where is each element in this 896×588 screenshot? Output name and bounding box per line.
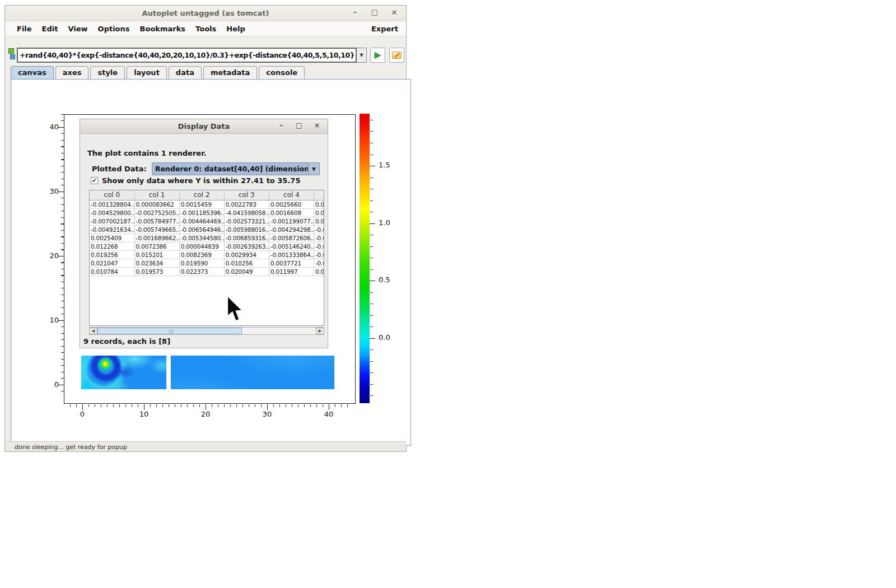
table-cell[interactable]: -0.005146240... bbox=[269, 242, 314, 250]
table-cell[interactable]: -0.004294298... bbox=[269, 225, 314, 234]
table-cell[interactable]: -0.001199077... bbox=[269, 217, 314, 225]
table-cell[interactable]: -0.0 bbox=[314, 259, 324, 267]
table-cell[interactable]: 0.00 bbox=[314, 217, 324, 225]
table-viewport[interactable]: col 0col 1col 2col 3col 4-0.001328804...… bbox=[89, 190, 324, 326]
minimize-icon[interactable]: – bbox=[351, 8, 359, 16]
table-cell[interactable]: -0.0 bbox=[314, 234, 324, 242]
table-cell[interactable]: 0.011997 bbox=[269, 267, 314, 276]
table-cell[interactable]: -0.005988016... bbox=[224, 225, 269, 234]
table-header-cell[interactable]: col 2 bbox=[179, 190, 224, 200]
menu-edit[interactable]: Edit bbox=[37, 22, 63, 35]
table-cell[interactable]: -0.005344580... bbox=[179, 234, 224, 242]
table-cell[interactable]: -0.006859316... bbox=[224, 234, 269, 242]
tab-canvas[interactable]: canvas bbox=[11, 66, 54, 79]
table-cell[interactable]: 0.0016608 bbox=[269, 208, 314, 217]
uri-dropdown-button[interactable]: ▼ bbox=[357, 48, 367, 63]
table-cell[interactable]: -0.0 bbox=[314, 250, 324, 259]
table-cell[interactable]: -0.001333864... bbox=[269, 250, 314, 259]
table-cell[interactable]: -0.0 bbox=[314, 242, 324, 250]
tab-axes[interactable]: axes bbox=[55, 66, 89, 79]
table-cell[interactable]: -0.006564946... bbox=[179, 225, 224, 234]
tab-console[interactable]: console bbox=[259, 66, 305, 79]
table-header-cell[interactable]: col 4 bbox=[269, 190, 314, 200]
table-cell[interactable]: 0.0072386 bbox=[134, 242, 179, 250]
table-cell[interactable]: -4.041598058... bbox=[224, 208, 269, 217]
table-header-cell[interactable]: col 1 bbox=[134, 190, 179, 200]
dialog-minimize-icon[interactable]: – bbox=[278, 122, 284, 129]
dialog-close-icon[interactable]: × bbox=[314, 122, 320, 129]
table-cell[interactable]: 0.023634 bbox=[134, 259, 179, 267]
scrollbar-thumb[interactable] bbox=[97, 328, 242, 334]
table-header-cell[interactable]: col 3 bbox=[224, 190, 269, 200]
table-cell[interactable]: 0.019256 bbox=[90, 250, 134, 259]
table-cell[interactable]: -0.004921634... bbox=[90, 225, 134, 234]
menu-options[interactable]: Options bbox=[93, 22, 135, 35]
table-cell[interactable]: -0.005749665... bbox=[134, 225, 179, 234]
table-cell[interactable]: 0.010256 bbox=[224, 259, 269, 267]
table-header-cell[interactable]: col 0 bbox=[90, 190, 134, 200]
table-cell[interactable]: 0.021047 bbox=[90, 259, 134, 267]
table-cell[interactable]: 0.019590 bbox=[179, 259, 224, 267]
table-row[interactable]: -0.004921634...-0.005749665...-0.0065649… bbox=[90, 225, 324, 234]
table-row[interactable]: 0.0025409-0.001689662...-0.005344580...-… bbox=[90, 234, 324, 242]
filter-checkbox[interactable]: ✔ bbox=[91, 177, 98, 184]
table-row[interactable]: 0.0122680.00723860.000044839-0.002639263… bbox=[90, 242, 324, 250]
tab-style[interactable]: style bbox=[90, 66, 125, 79]
table-cell[interactable]: -0.001328804... bbox=[90, 200, 134, 208]
table-row[interactable]: 0.0192560.0152010.00823690.0029934-0.001… bbox=[90, 250, 324, 259]
table-row[interactable]: -0.007002187...-0.005784977...-0.0044644… bbox=[90, 217, 324, 225]
dialog-titlebar[interactable]: Display Data – □ × bbox=[80, 119, 328, 134]
table-header-cell[interactable] bbox=[314, 190, 324, 200]
table-cell[interactable]: 0.00 bbox=[314, 267, 324, 276]
table-cell[interactable]: 0.00 bbox=[314, 200, 324, 208]
combobox-arrow-button[interactable]: ▼ bbox=[308, 163, 319, 175]
table-cell[interactable]: 0.0037721 bbox=[269, 259, 314, 267]
table-cell[interactable]: -0.007002187... bbox=[90, 217, 134, 225]
table-cell[interactable]: -0.0 bbox=[314, 225, 324, 234]
tab-layout[interactable]: layout bbox=[127, 66, 167, 79]
table-cell[interactable]: 0.020049 bbox=[224, 267, 269, 276]
table-cell[interactable]: 0.000083662 bbox=[134, 200, 179, 208]
scroll-left-button[interactable]: ◀ bbox=[90, 328, 97, 334]
dialog-maximize-icon[interactable]: □ bbox=[296, 122, 302, 129]
menu-help[interactable]: Help bbox=[221, 22, 250, 35]
close-icon[interactable]: × bbox=[390, 8, 398, 16]
expert-toggle[interactable]: Expert bbox=[370, 22, 399, 35]
menu-bookmarks[interactable]: Bookmarks bbox=[135, 22, 191, 35]
table-row[interactable]: 0.0107840.0195730.0223730.0200490.011997… bbox=[90, 267, 324, 276]
table-cell[interactable]: -0.005784977... bbox=[134, 217, 179, 225]
table-cell[interactable]: 0.0025660 bbox=[269, 200, 314, 208]
table-cell[interactable]: 0.0022783 bbox=[224, 200, 269, 208]
scroll-right-button[interactable]: ▶ bbox=[316, 328, 324, 334]
table-cell[interactable]: -0.002639263... bbox=[224, 242, 269, 250]
window-titlebar[interactable]: Autoplot untagged (as tomcat) – □ × bbox=[5, 6, 406, 21]
table-cell[interactable]: -0.004529800... bbox=[90, 208, 134, 217]
table-cell[interactable]: -0.001185396... bbox=[179, 208, 224, 217]
tab-data[interactable]: data bbox=[169, 66, 202, 79]
table-cell[interactable]: 0.0029934 bbox=[224, 250, 269, 259]
table-cell[interactable]: 0.015201 bbox=[134, 250, 179, 259]
colorbar[interactable] bbox=[360, 114, 370, 403]
table-cell[interactable]: -0.002752505... bbox=[134, 208, 179, 217]
table-cell[interactable]: 0.0025409 bbox=[90, 234, 134, 242]
menu-view[interactable]: View bbox=[63, 22, 92, 35]
table-cell[interactable]: -0.002573321... bbox=[224, 217, 269, 225]
go-button[interactable]: ▶ bbox=[370, 48, 385, 63]
table-cell[interactable]: 0.000044839 bbox=[179, 242, 224, 250]
table-cell[interactable]: -0.005872606... bbox=[269, 234, 314, 242]
table-cell[interactable]: 0.022373 bbox=[179, 267, 224, 276]
table-cell[interactable]: 0.0082369 bbox=[179, 250, 224, 259]
table-row[interactable]: -0.001328804...0.0000836620.00154590.002… bbox=[90, 200, 324, 208]
table-cell[interactable]: 0.019573 bbox=[134, 267, 179, 276]
menu-file[interactable]: File bbox=[12, 22, 37, 35]
maximize-icon[interactable]: □ bbox=[371, 8, 379, 16]
menu-tools[interactable]: Tools bbox=[190, 22, 221, 35]
inspect-uri-button[interactable] bbox=[389, 48, 404, 63]
table-cell[interactable]: -0.004464469... bbox=[179, 217, 224, 225]
table-cell[interactable]: 0.010784 bbox=[90, 267, 134, 276]
table-row[interactable]: -0.004529800...-0.002752505...-0.0011853… bbox=[90, 208, 324, 217]
table-cell[interactable]: 0.012268 bbox=[90, 242, 134, 250]
table-row[interactable]: 0.0210470.0236340.0195900.0102560.003772… bbox=[90, 259, 324, 267]
plotted-data-combobox[interactable]: Renderer 0: dataset[40,40] (dimension...… bbox=[152, 162, 320, 175]
tab-metadata[interactable]: metadata bbox=[203, 66, 257, 79]
